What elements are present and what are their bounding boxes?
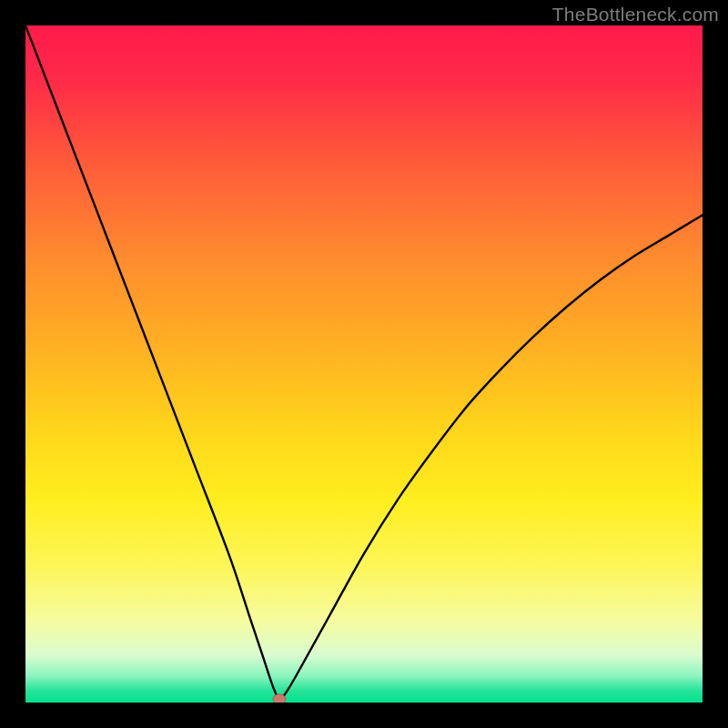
curve-layer xyxy=(25,25,703,703)
minimum-marker xyxy=(273,694,286,703)
plot-area xyxy=(25,25,703,703)
bottleneck-curve xyxy=(25,25,703,699)
watermark-text: TheBottleneck.com xyxy=(552,4,719,25)
chart-frame: TheBottleneck.com xyxy=(0,0,728,728)
